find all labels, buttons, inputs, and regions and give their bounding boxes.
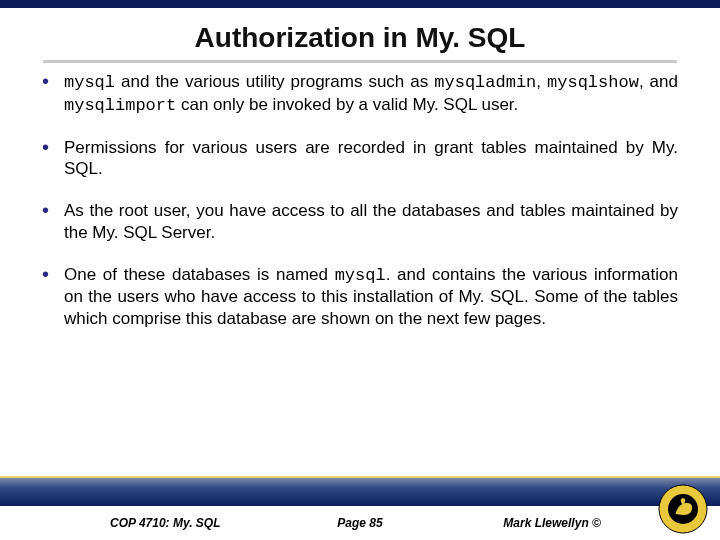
footer-course: COP 4710: My. SQL (110, 516, 277, 530)
bullet-item: mysql and the various utility programs s… (42, 71, 678, 117)
ucf-pegasus-logo-icon (658, 484, 708, 534)
footer-page: Page 85 (277, 516, 444, 530)
bullet-list: mysql and the various utility programs s… (42, 71, 678, 330)
bullet-item: Permissions for various users are record… (42, 137, 678, 181)
bullet-item: As the root user, you have access to all… (42, 200, 678, 244)
slide-body: mysql and the various utility programs s… (0, 71, 720, 330)
bullet-item: One of these databases is named mysql. a… (42, 264, 678, 330)
footer-author: Mark Llewellyn © (443, 516, 670, 530)
bottom-gradient-bar (0, 476, 720, 506)
footer: COP 4710: My. SQL Page 85 Mark Llewellyn… (0, 506, 720, 540)
slide-title: Authorization in My. SQL (0, 8, 720, 60)
top-accent-bar (0, 0, 720, 8)
title-underline (43, 60, 677, 63)
